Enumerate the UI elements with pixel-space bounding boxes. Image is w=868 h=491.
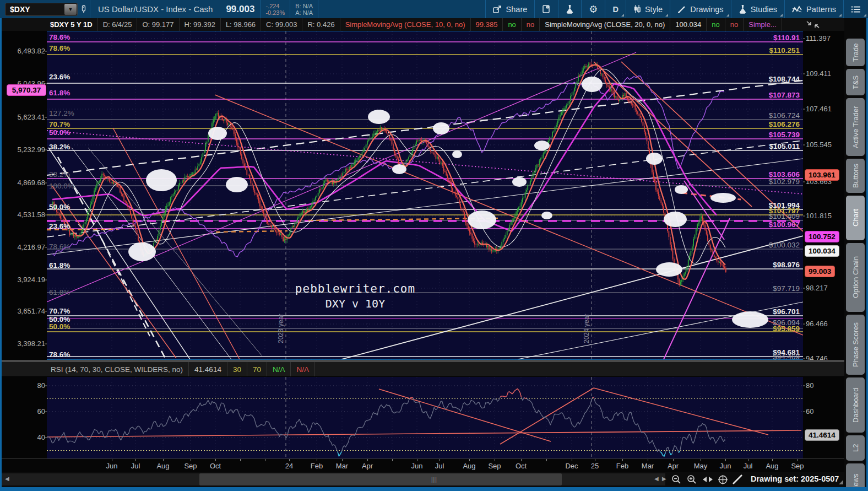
watermark: pebblewriter.com DXY v 10Y (251, 282, 460, 310)
candle-body (412, 149, 413, 153)
candle-body (604, 77, 605, 79)
candle-body (96, 184, 97, 188)
candle-body (517, 210, 518, 212)
sidebar-tab-trade[interactable]: Trade (846, 39, 865, 66)
candle-body (539, 160, 540, 164)
candle-body (685, 272, 686, 274)
top-toolbar: $DXY ▼ US Dollar/USDX - Index - Cash 99.… (0, 0, 868, 18)
candle-body (350, 167, 351, 168)
candle-body (648, 141, 649, 149)
candle-body (137, 230, 138, 235)
candle-body (161, 220, 162, 226)
menu-button[interactable] (844, 0, 868, 18)
sidebar-tab-active-trader[interactable]: Active Trader (846, 98, 865, 156)
candle-body (63, 219, 64, 222)
candle-body (563, 108, 565, 110)
zoom-out-icon[interactable] (670, 473, 683, 485)
patterns-button[interactable]: Patterns (785, 0, 843, 18)
auto-fit-icon[interactable] (701, 473, 714, 485)
candle-body (70, 235, 72, 235)
link-icon[interactable] (81, 4, 86, 14)
candle-body (278, 233, 279, 233)
candle-body (521, 202, 522, 206)
candle-body (390, 139, 391, 140)
sidebar-tab-buttons[interactable]: Buttons (846, 159, 865, 193)
rsi-axis-label: 80 (3, 381, 45, 390)
month-label: Apr (362, 462, 373, 470)
candle-body (349, 167, 350, 170)
candle-body (364, 148, 365, 150)
candle-body (645, 132, 646, 136)
candle-body (416, 141, 417, 144)
candle-body (222, 118, 223, 120)
sidebar-tab-dashboard[interactable]: Dashboard (846, 377, 865, 433)
analyze-button[interactable] (558, 0, 581, 18)
symbol-dropdown-icon[interactable]: ▼ (64, 4, 77, 15)
candle-body (83, 224, 84, 228)
sidebar-tab-option-chain[interactable]: Option Chain (846, 243, 865, 312)
highlight-ellipse (392, 164, 406, 174)
studies-button[interactable]: Studies (731, 0, 784, 18)
candle-body (679, 279, 680, 285)
draw-line-icon[interactable] (731, 473, 744, 485)
candle-body (530, 181, 531, 185)
candle-body (388, 133, 389, 136)
scrollbar-thumb[interactable] (199, 473, 562, 485)
sidebar-tab-l2[interactable]: L2 (846, 435, 865, 461)
candle-body (661, 200, 662, 203)
candle-body (536, 165, 538, 169)
scroll-step-left-arrow[interactable]: ◀ (654, 476, 659, 482)
candle-body (247, 170, 248, 175)
time-axis[interactable]: JunJulAugSepOct24FebMarAprJunJulAugSepOc… (2, 458, 844, 472)
candle-body (615, 96, 616, 97)
sidebar-tab-t-s[interactable]: T&S (846, 69, 865, 95)
highlight-ellipse (646, 153, 663, 165)
candle-body (573, 91, 574, 95)
ohlc-field: H: 99.392 (180, 18, 221, 31)
style-button[interactable]: Style (626, 0, 670, 18)
settings-button[interactable]: ⚙ (582, 0, 605, 18)
right-axis-label: 109.411 (806, 69, 831, 78)
highlight-ellipse (664, 212, 687, 227)
collapse-panel-icon[interactable] (805, 20, 821, 31)
price-level-label: $97.719 (690, 284, 800, 293)
scroll-step-right-arrow[interactable]: ▶ (662, 476, 666, 482)
month-label: Dec (565, 462, 578, 470)
candle-body (625, 93, 626, 96)
sidebar-tab-chart[interactable]: Chart (846, 196, 865, 240)
candle-body (183, 180, 184, 181)
price-level-label: $108.744 (690, 75, 800, 84)
candle-body (253, 185, 254, 190)
drawing-set-label[interactable]: Drawing set: 2025-0507 (751, 474, 839, 483)
candle-body (696, 229, 697, 236)
month-label: Mar (336, 462, 348, 470)
candle-body (466, 223, 468, 225)
timeframe-button[interactable]: D (605, 0, 625, 18)
candle-body (392, 139, 393, 144)
scroll-left-arrow[interactable]: ◀ (5, 476, 9, 482)
time-axis-tick (772, 459, 773, 461)
candle-body (187, 176, 188, 177)
pan-icon[interactable] (716, 473, 729, 485)
candle-body (451, 184, 452, 188)
symbol-value[interactable]: $DXY (6, 5, 64, 14)
candle-body (280, 234, 281, 235)
candle-body (94, 191, 95, 197)
candle-body (657, 190, 658, 192)
zoom-in-icon[interactable] (685, 473, 698, 485)
sidebar-tab-phase-scores[interactable]: Phase Scores (846, 315, 865, 375)
scrollbar-grip[interactable]: ||| (431, 477, 437, 483)
drawings-button[interactable]: Drawings (670, 0, 730, 18)
candle-body (237, 143, 238, 147)
candle-body (135, 226, 136, 230)
candle-body (560, 115, 561, 117)
share-button[interactable]: Share (486, 0, 535, 18)
candle-body (245, 166, 246, 170)
candle-body (415, 144, 416, 146)
fib-label: 78.6% (49, 242, 70, 251)
month-label: Aug (156, 462, 169, 470)
notes-button[interactable]: i (535, 0, 558, 18)
comparison-symbol-line (52, 76, 724, 257)
candle-body (688, 260, 689, 267)
symbol-input[interactable]: $DXY ▼ (5, 3, 78, 16)
